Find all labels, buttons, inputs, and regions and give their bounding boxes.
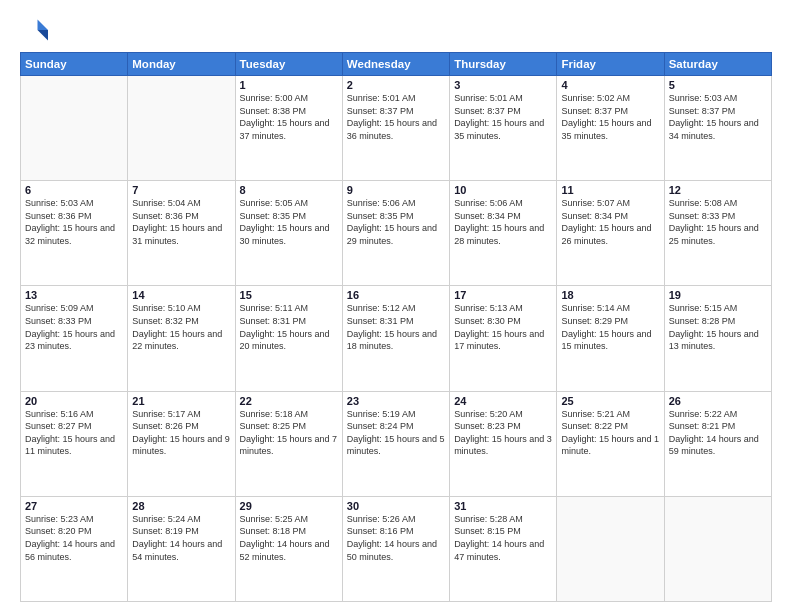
calendar-cell: 17Sunrise: 5:13 AMSunset: 8:30 PMDayligh…	[450, 286, 557, 391]
day-number: 7	[132, 184, 230, 196]
day-number: 3	[454, 79, 552, 91]
calendar-cell: 21Sunrise: 5:17 AMSunset: 8:26 PMDayligh…	[128, 391, 235, 496]
calendar-cell: 25Sunrise: 5:21 AMSunset: 8:22 PMDayligh…	[557, 391, 664, 496]
cell-info: Sunrise: 5:08 AMSunset: 8:33 PMDaylight:…	[669, 197, 767, 247]
cell-info: Sunrise: 5:13 AMSunset: 8:30 PMDaylight:…	[454, 302, 552, 352]
calendar-cell: 15Sunrise: 5:11 AMSunset: 8:31 PMDayligh…	[235, 286, 342, 391]
col-header-saturday: Saturday	[664, 53, 771, 76]
day-number: 6	[25, 184, 123, 196]
cell-info: Sunrise: 5:03 AMSunset: 8:36 PMDaylight:…	[25, 197, 123, 247]
calendar-cell	[557, 496, 664, 601]
calendar-cell: 19Sunrise: 5:15 AMSunset: 8:28 PMDayligh…	[664, 286, 771, 391]
cell-info: Sunrise: 5:10 AMSunset: 8:32 PMDaylight:…	[132, 302, 230, 352]
header	[20, 16, 772, 44]
day-number: 2	[347, 79, 445, 91]
cell-info: Sunrise: 5:24 AMSunset: 8:19 PMDaylight:…	[132, 513, 230, 563]
calendar-week-2: 6Sunrise: 5:03 AMSunset: 8:36 PMDaylight…	[21, 181, 772, 286]
calendar-cell: 26Sunrise: 5:22 AMSunset: 8:21 PMDayligh…	[664, 391, 771, 496]
cell-info: Sunrise: 5:18 AMSunset: 8:25 PMDaylight:…	[240, 408, 338, 458]
day-number: 30	[347, 500, 445, 512]
calendar-week-3: 13Sunrise: 5:09 AMSunset: 8:33 PMDayligh…	[21, 286, 772, 391]
day-number: 8	[240, 184, 338, 196]
calendar-cell: 22Sunrise: 5:18 AMSunset: 8:25 PMDayligh…	[235, 391, 342, 496]
day-number: 25	[561, 395, 659, 407]
calendar-cell: 1Sunrise: 5:00 AMSunset: 8:38 PMDaylight…	[235, 76, 342, 181]
day-number: 12	[669, 184, 767, 196]
cell-info: Sunrise: 5:23 AMSunset: 8:20 PMDaylight:…	[25, 513, 123, 563]
day-number: 26	[669, 395, 767, 407]
calendar-cell: 31Sunrise: 5:28 AMSunset: 8:15 PMDayligh…	[450, 496, 557, 601]
cell-info: Sunrise: 5:09 AMSunset: 8:33 PMDaylight:…	[25, 302, 123, 352]
day-number: 1	[240, 79, 338, 91]
calendar-cell: 30Sunrise: 5:26 AMSunset: 8:16 PMDayligh…	[342, 496, 449, 601]
cell-info: Sunrise: 5:06 AMSunset: 8:34 PMDaylight:…	[454, 197, 552, 247]
svg-marker-0	[38, 20, 49, 31]
calendar-cell: 24Sunrise: 5:20 AMSunset: 8:23 PMDayligh…	[450, 391, 557, 496]
calendar-cell: 18Sunrise: 5:14 AMSunset: 8:29 PMDayligh…	[557, 286, 664, 391]
col-header-tuesday: Tuesday	[235, 53, 342, 76]
col-header-thursday: Thursday	[450, 53, 557, 76]
cell-info: Sunrise: 5:07 AMSunset: 8:34 PMDaylight:…	[561, 197, 659, 247]
col-header-wednesday: Wednesday	[342, 53, 449, 76]
calendar-cell: 9Sunrise: 5:06 AMSunset: 8:35 PMDaylight…	[342, 181, 449, 286]
day-number: 28	[132, 500, 230, 512]
cell-info: Sunrise: 5:16 AMSunset: 8:27 PMDaylight:…	[25, 408, 123, 458]
calendar-cell	[664, 496, 771, 601]
logo-icon	[20, 16, 48, 44]
cell-info: Sunrise: 5:28 AMSunset: 8:15 PMDaylight:…	[454, 513, 552, 563]
calendar-cell	[21, 76, 128, 181]
cell-info: Sunrise: 5:19 AMSunset: 8:24 PMDaylight:…	[347, 408, 445, 458]
cell-info: Sunrise: 5:12 AMSunset: 8:31 PMDaylight:…	[347, 302, 445, 352]
cell-info: Sunrise: 5:20 AMSunset: 8:23 PMDaylight:…	[454, 408, 552, 458]
calendar-week-5: 27Sunrise: 5:23 AMSunset: 8:20 PMDayligh…	[21, 496, 772, 601]
cell-info: Sunrise: 5:11 AMSunset: 8:31 PMDaylight:…	[240, 302, 338, 352]
calendar-table: SundayMondayTuesdayWednesdayThursdayFrid…	[20, 52, 772, 602]
calendar-cell: 27Sunrise: 5:23 AMSunset: 8:20 PMDayligh…	[21, 496, 128, 601]
col-header-sunday: Sunday	[21, 53, 128, 76]
calendar-cell: 13Sunrise: 5:09 AMSunset: 8:33 PMDayligh…	[21, 286, 128, 391]
day-number: 10	[454, 184, 552, 196]
calendar-cell: 8Sunrise: 5:05 AMSunset: 8:35 PMDaylight…	[235, 181, 342, 286]
calendar-cell: 12Sunrise: 5:08 AMSunset: 8:33 PMDayligh…	[664, 181, 771, 286]
calendar-cell: 6Sunrise: 5:03 AMSunset: 8:36 PMDaylight…	[21, 181, 128, 286]
cell-info: Sunrise: 5:14 AMSunset: 8:29 PMDaylight:…	[561, 302, 659, 352]
day-number: 29	[240, 500, 338, 512]
day-number: 15	[240, 289, 338, 301]
cell-info: Sunrise: 5:04 AMSunset: 8:36 PMDaylight:…	[132, 197, 230, 247]
cell-info: Sunrise: 5:21 AMSunset: 8:22 PMDaylight:…	[561, 408, 659, 458]
cell-info: Sunrise: 5:01 AMSunset: 8:37 PMDaylight:…	[454, 92, 552, 142]
calendar-cell: 11Sunrise: 5:07 AMSunset: 8:34 PMDayligh…	[557, 181, 664, 286]
day-number: 17	[454, 289, 552, 301]
day-number: 5	[669, 79, 767, 91]
calendar-cell: 10Sunrise: 5:06 AMSunset: 8:34 PMDayligh…	[450, 181, 557, 286]
day-number: 18	[561, 289, 659, 301]
calendar-cell: 5Sunrise: 5:03 AMSunset: 8:37 PMDaylight…	[664, 76, 771, 181]
day-number: 27	[25, 500, 123, 512]
cell-info: Sunrise: 5:26 AMSunset: 8:16 PMDaylight:…	[347, 513, 445, 563]
cell-info: Sunrise: 5:17 AMSunset: 8:26 PMDaylight:…	[132, 408, 230, 458]
calendar-cell: 23Sunrise: 5:19 AMSunset: 8:24 PMDayligh…	[342, 391, 449, 496]
day-number: 20	[25, 395, 123, 407]
day-number: 9	[347, 184, 445, 196]
svg-marker-1	[38, 30, 49, 41]
calendar-cell: 4Sunrise: 5:02 AMSunset: 8:37 PMDaylight…	[557, 76, 664, 181]
day-number: 31	[454, 500, 552, 512]
page: SundayMondayTuesdayWednesdayThursdayFrid…	[0, 0, 792, 612]
calendar-cell: 14Sunrise: 5:10 AMSunset: 8:32 PMDayligh…	[128, 286, 235, 391]
calendar-header-row: SundayMondayTuesdayWednesdayThursdayFrid…	[21, 53, 772, 76]
day-number: 14	[132, 289, 230, 301]
calendar-cell: 20Sunrise: 5:16 AMSunset: 8:27 PMDayligh…	[21, 391, 128, 496]
calendar-week-4: 20Sunrise: 5:16 AMSunset: 8:27 PMDayligh…	[21, 391, 772, 496]
day-number: 4	[561, 79, 659, 91]
day-number: 22	[240, 395, 338, 407]
col-header-monday: Monday	[128, 53, 235, 76]
cell-info: Sunrise: 5:06 AMSunset: 8:35 PMDaylight:…	[347, 197, 445, 247]
calendar-cell: 16Sunrise: 5:12 AMSunset: 8:31 PMDayligh…	[342, 286, 449, 391]
day-number: 24	[454, 395, 552, 407]
cell-info: Sunrise: 5:01 AMSunset: 8:37 PMDaylight:…	[347, 92, 445, 142]
calendar-cell: 29Sunrise: 5:25 AMSunset: 8:18 PMDayligh…	[235, 496, 342, 601]
day-number: 11	[561, 184, 659, 196]
calendar-cell: 28Sunrise: 5:24 AMSunset: 8:19 PMDayligh…	[128, 496, 235, 601]
cell-info: Sunrise: 5:00 AMSunset: 8:38 PMDaylight:…	[240, 92, 338, 142]
col-header-friday: Friday	[557, 53, 664, 76]
